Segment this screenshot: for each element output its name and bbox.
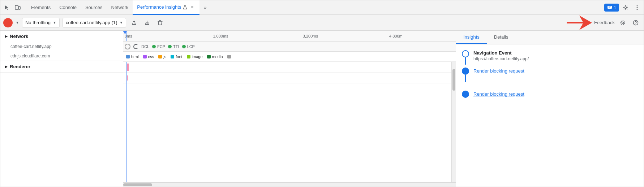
feedback-badge-button[interactable]: 1: [604, 4, 619, 12]
tab-elements[interactable]: Elements: [27, 0, 55, 15]
tab-bar-divider: [25, 4, 25, 11]
svg-marker-10: [567, 16, 592, 30]
timeline-vscroll[interactable]: [451, 62, 456, 182]
resource-html: html: [126, 55, 139, 59]
left-sidebar: ▶ Network coffee-cart.netlify.app cdnjs.…: [0, 31, 123, 187]
more-options-icon[interactable]: [632, 3, 642, 13]
upload-button[interactable]: [129, 18, 139, 28]
timeline-hscroll[interactable]: [123, 182, 456, 187]
resource-image: image: [187, 55, 203, 59]
svg-rect-1: [18, 6, 20, 9]
insight-blocking2-timeline: [462, 91, 469, 98]
profile-select[interactable]: coffee-cart.netlify.app (1) ▼: [63, 18, 126, 28]
tab-network[interactable]: Network: [107, 0, 133, 15]
other-dot: [227, 55, 231, 58]
insight-blocking1-line: [465, 75, 466, 82]
tab-more[interactable]: »: [199, 0, 211, 15]
bar-cdnjs-1: [127, 75, 128, 81]
throttling-dropdown-icon: ▼: [53, 21, 56, 25]
ruler-mark-4800ms: 4,800m: [389, 34, 403, 38]
timeline-scroll[interactable]: [123, 62, 451, 182]
render-blocking-link-1[interactable]: Render blocking request: [473, 68, 524, 74]
insight-blocking1-timeline: [462, 68, 469, 82]
svg-point-14: [635, 23, 636, 24]
settings-icon[interactable]: [621, 3, 631, 13]
throttling-select[interactable]: No throttling ▼: [22, 18, 60, 28]
svg-point-12: [621, 21, 625, 25]
timeline-row-cdnjs: [123, 73, 451, 83]
tab-details[interactable]: Details: [487, 31, 516, 44]
toolbar-settings-icon[interactable]: [618, 18, 628, 28]
renderer-expand-arrow: ▶: [5, 65, 8, 69]
marker-c: [133, 44, 138, 49]
marker-tti: TTI: [168, 44, 179, 49]
insight-blocking2-content: Render blocking request: [473, 91, 638, 98]
tab-close-button[interactable]: ✕: [189, 4, 195, 10]
insight-nav-timeline: [462, 50, 469, 65]
feedback-link[interactable]: Feedback: [594, 20, 615, 25]
insight-blocking2-circle: [462, 91, 469, 98]
tab-bar: Elements Console Sources Network Perform…: [0, 0, 644, 15]
marker-bar: DCL FCP TTI LCP: [123, 42, 456, 52]
insight-nav-content: Navigation Event https://coffee-cart.net…: [473, 50, 638, 65]
resource-font: font: [171, 55, 182, 59]
timeline-cursor-line: [126, 31, 126, 41]
record-dropdown-arrow[interactable]: ▼: [16, 21, 19, 25]
timeline-hscroll-thumb[interactable]: [123, 183, 152, 186]
marker-fcp: FCP: [152, 44, 165, 49]
html-dot: [126, 55, 130, 58]
tab-performance-insights[interactable]: Performance insights ✕: [133, 0, 199, 15]
insight-nav-circle: [462, 50, 469, 57]
download-button[interactable]: [142, 18, 152, 28]
svg-rect-3: [607, 6, 612, 9]
insight-nav-title: Navigation Event: [473, 50, 638, 56]
ruler-mark-3200ms: 3,200ms: [303, 34, 318, 38]
timeline-content: [123, 62, 451, 182]
right-panel-content: Navigation Event https://coffee-cart.net…: [456, 44, 644, 187]
media-dot: [207, 55, 211, 58]
renderer-section-header[interactable]: ▶ Renderer: [0, 61, 123, 72]
marker-dcl: DCL: [141, 44, 149, 49]
image-dot: [187, 55, 190, 58]
tti-dot: [168, 45, 172, 48]
resource-media: media: [207, 55, 223, 59]
cursor-icon[interactable]: [2, 3, 12, 13]
resource-css: css: [143, 55, 154, 59]
timeline-vertical-line: [126, 62, 126, 182]
resource-js: js: [158, 55, 166, 59]
network-section-header[interactable]: ▶ Network: [0, 31, 123, 42]
profile-dropdown-icon: ▼: [120, 21, 123, 25]
font-dot: [171, 55, 174, 58]
sidebar-item-coffee-cart[interactable]: coffee-cart.netlify.app: [0, 42, 123, 51]
toolbar: ▼ No throttling ▼ coffee-cart.netlify.ap…: [0, 15, 644, 31]
devtools-window: Elements Console Sources Network Perform…: [0, 0, 644, 187]
resource-other: [227, 55, 231, 58]
insight-blocking1-content: Render blocking request: [473, 68, 638, 82]
record-button[interactable]: [3, 18, 13, 27]
tab-bar-left: [2, 3, 27, 13]
lcp-dot: [182, 45, 186, 48]
tab-insights[interactable]: Insights: [456, 31, 487, 44]
timeline-area: 0ms 1,600ms 3,200ms 4,800m DCL: [123, 31, 456, 187]
timeline-vscroll-thumb[interactable]: [452, 69, 455, 91]
bar-pink-2: [128, 64, 129, 71]
tab-sources[interactable]: Sources: [81, 0, 107, 15]
sidebar-item-cdnjs[interactable]: cdnjs.cloudflare.com: [0, 51, 123, 61]
network-section: ▶ Network coffee-cart.netlify.app cdnjs.…: [0, 31, 123, 61]
svg-point-7: [637, 5, 638, 6]
device-toggle-icon[interactable]: [13, 3, 23, 13]
js-dot: [158, 55, 162, 58]
help-icon[interactable]: [631, 18, 641, 28]
svg-point-6: [625, 6, 627, 8]
tab-console[interactable]: Console: [55, 0, 81, 15]
bar-pink-1: [127, 64, 128, 71]
css-dot: [143, 55, 147, 58]
tab-bar-right: 1: [604, 3, 642, 13]
main-content: ▶ Network coffee-cart.netlify.app cdnjs.…: [0, 31, 644, 187]
render-blocking-link-2[interactable]: Render blocking request: [473, 91, 524, 97]
delete-button[interactable]: [155, 18, 165, 28]
timeline-ruler: 0ms 1,600ms 3,200ms 4,800m: [123, 31, 456, 42]
timeline-rows-container: [123, 62, 456, 182]
svg-rect-0: [15, 5, 18, 9]
svg-point-9: [637, 9, 638, 10]
